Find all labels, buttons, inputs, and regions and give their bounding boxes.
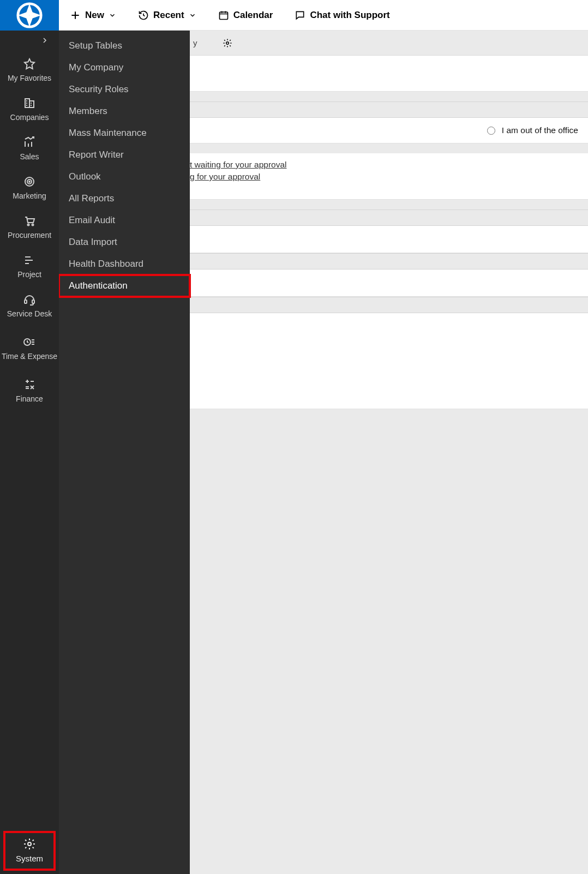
gantt-icon <box>23 254 36 267</box>
submenu-security-roles[interactable]: Security Roles <box>59 79 190 100</box>
submenu-report-writer[interactable]: Report Writer <box>59 144 190 166</box>
section-header-1 <box>190 101 588 118</box>
gear-icon <box>23 837 36 851</box>
left-nav-rail: My Favorites Companies Sales Marketing P… <box>0 31 59 874</box>
submenu-all-reports[interactable]: All Reports <box>59 188 190 209</box>
submenu-members[interactable]: Members <box>59 100 190 122</box>
nav-service-desk[interactable]: Service Desk <box>0 286 59 325</box>
section-header-3 <box>190 253 588 270</box>
nav-finance[interactable]: Finance <box>0 371 59 410</box>
panel-blank-4 <box>190 313 588 409</box>
chart-up-icon <box>23 136 36 149</box>
collapse-toggle[interactable] <box>0 31 59 50</box>
nav-project[interactable]: Project <box>0 247 59 286</box>
chevron-down-icon <box>189 11 196 19</box>
chat-icon <box>295 10 305 21</box>
recent-button[interactable]: Recent <box>127 0 207 31</box>
system-submenu: Setup Tables My Company Security Roles M… <box>59 31 190 874</box>
building-icon <box>23 97 36 110</box>
svg-point-10 <box>29 181 30 182</box>
out-of-office-label: I am out of the office <box>502 125 578 135</box>
cart-icon <box>23 214 36 228</box>
panel-office-status: I am out of the office <box>190 118 588 143</box>
headset-icon <box>23 293 36 306</box>
tab-bar: y <box>190 31 588 56</box>
section-header-2 <box>190 209 588 226</box>
section-header-4 <box>190 297 588 313</box>
approval-link-1[interactable]: t waiting for your approval <box>190 159 588 171</box>
chat-support-button[interactable]: Chat with Support <box>284 0 400 31</box>
chevron-right-icon <box>40 36 49 45</box>
svg-point-16 <box>28 842 31 846</box>
recent-label: Recent <box>153 10 184 21</box>
submenu-authentication[interactable]: Authentication <box>59 275 190 297</box>
nav-label: Service Desk <box>7 309 52 318</box>
svg-rect-14 <box>32 300 34 303</box>
nav-label: Procurement <box>8 231 51 240</box>
chevron-down-icon <box>109 11 116 19</box>
svg-point-11 <box>28 224 29 226</box>
nav-label: Marketing <box>13 191 46 200</box>
panel-blank-1 <box>190 56 588 92</box>
svg-rect-5 <box>219 12 227 19</box>
nav-my-favorites[interactable]: My Favorites <box>0 50 59 89</box>
clock-list-icon <box>23 336 36 349</box>
chat-label: Chat with Support <box>310 10 389 21</box>
nav-sales[interactable]: Sales <box>0 129 59 168</box>
calculator-icon <box>23 378 36 391</box>
submenu-outlook[interactable]: Outlook <box>59 166 190 188</box>
nav-companies[interactable]: Companies <box>0 89 59 129</box>
nav-label: Companies <box>10 113 49 122</box>
calendar-label: Calendar <box>233 10 273 21</box>
tab-fragment[interactable]: y <box>193 38 197 47</box>
nav-system[interactable]: System <box>3 831 56 871</box>
panel-approvals: t waiting for your approval g for your a… <box>190 153 588 200</box>
nav-marketing[interactable]: Marketing <box>0 168 59 207</box>
nav-label: Finance <box>16 394 43 403</box>
new-label: New <box>85 10 104 21</box>
main-content: y I am out of the office t waiting for y… <box>190 31 588 874</box>
submenu-email-audit[interactable]: Email Audit <box>59 209 190 231</box>
submenu-my-company[interactable]: My Company <box>59 57 190 79</box>
submenu-health-dashboard[interactable]: Health Dashboard <box>59 253 190 275</box>
star-icon <box>23 57 36 70</box>
calendar-icon <box>218 10 229 21</box>
top-bar: New Recent Calendar Chat with Support <box>0 0 588 31</box>
nav-label: Sales <box>20 152 39 161</box>
svg-point-17 <box>226 41 229 44</box>
panel-blank-3 <box>190 270 588 297</box>
settings-gear-icon[interactable] <box>223 38 232 48</box>
app-logo[interactable] <box>0 0 59 31</box>
nav-label: Time & Expense <box>2 352 57 361</box>
submenu-setup-tables[interactable]: Setup Tables <box>59 35 190 57</box>
nav-system-label: System <box>16 854 43 863</box>
panel-blank-2 <box>190 226 588 253</box>
approval-link-2[interactable]: g for your approval <box>190 171 588 183</box>
history-icon <box>138 10 149 21</box>
target-icon <box>23 175 36 188</box>
new-button[interactable]: New <box>59 0 127 31</box>
nav-time-expense[interactable]: Time & Expense <box>0 325 59 371</box>
nav-label: My Favorites <box>8 74 51 82</box>
calendar-button[interactable]: Calendar <box>207 0 284 31</box>
svg-rect-13 <box>25 300 27 303</box>
submenu-data-import[interactable]: Data Import <box>59 231 190 253</box>
nav-procurement[interactable]: Procurement <box>0 207 59 247</box>
svg-rect-7 <box>29 101 34 107</box>
out-of-office-radio[interactable] <box>487 127 495 135</box>
svg-point-12 <box>32 224 34 226</box>
svg-marker-4 <box>18 11 29 19</box>
plus-icon <box>70 10 81 21</box>
submenu-mass-maintenance[interactable]: Mass Maintenance <box>59 122 190 144</box>
nav-label: Project <box>17 270 41 279</box>
